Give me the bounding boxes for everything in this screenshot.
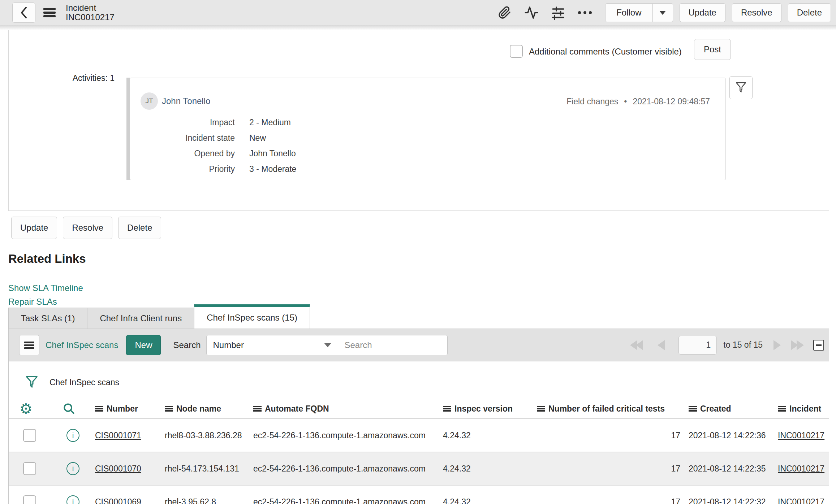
row-checkbox[interactable]	[23, 495, 36, 504]
info-icon[interactable]: i	[66, 495, 79, 504]
column-header-automate-fqdn[interactable]: Automate FQDN	[249, 404, 439, 414]
attachment-button[interactable]	[497, 5, 513, 21]
post-button[interactable]: Post	[694, 39, 731, 60]
table-row: i CIS0001071 rhel8-03-3.88.236.28 ec2-54…	[9, 418, 829, 452]
first-page-button[interactable]	[630, 340, 643, 350]
list-context-menu-button[interactable]	[19, 335, 39, 355]
filter-funnel-icon[interactable]	[26, 376, 38, 389]
header-delete-button[interactable]: Delete	[788, 3, 831, 22]
follow-button[interactable]: Follow	[605, 3, 652, 22]
field-label: Impact	[130, 118, 235, 127]
search-icon	[63, 403, 75, 415]
list-toolbar: Chef InSpec scans New Search Number to 1…	[9, 329, 829, 361]
previous-page-button[interactable]	[658, 340, 665, 350]
scan-number-link[interactable]: CIS0001069	[95, 497, 141, 504]
additional-comments-checkbox[interactable]	[510, 45, 523, 58]
field-value: New	[249, 133, 266, 143]
show-sla-timeline-link[interactable]: Show SLA Timeline	[8, 283, 83, 293]
scan-number-link[interactable]: CIS0001071	[95, 431, 141, 440]
row-range-label: to 15 of 15	[723, 340, 763, 350]
more-options-button[interactable]	[577, 5, 593, 21]
header-update-button[interactable]: Update	[680, 3, 725, 22]
resolve-button[interactable]: Resolve	[63, 217, 112, 239]
next-page-button[interactable]	[773, 340, 781, 350]
column-header-node-name[interactable]: Node name	[160, 404, 249, 414]
failed-tests-cell: 17	[533, 431, 685, 440]
inspec-version-cell: 4.24.32	[439, 431, 533, 440]
context-menu-icon[interactable]	[43, 8, 56, 17]
funnel-icon	[736, 82, 746, 94]
menu-icon	[24, 342, 34, 349]
failed-tests-cell: 17	[533, 497, 685, 504]
last-page-button[interactable]	[791, 340, 804, 350]
record-number: INC0010217	[66, 13, 115, 22]
column-header-created[interactable]: Created	[685, 404, 774, 414]
activity-stream-button[interactable]	[523, 5, 539, 21]
table-row: i CIS0001070 rhel-54.173.154.131 ec2-54-…	[9, 452, 829, 485]
collapse-list-button[interactable]	[813, 340, 824, 351]
list-header-row: ⚙ Number Node name Automate FQDN Inspec …	[9, 400, 829, 418]
node-name-cell: rhel-54.173.154.131	[160, 464, 249, 474]
additional-comments-label: Additional comments (Customer visible)	[529, 47, 682, 57]
avatar: JT	[141, 92, 158, 110]
activity-meta: Field changes • 2021-08-12 09:48:57	[566, 97, 710, 107]
activity-card-stripe	[126, 78, 130, 180]
node-name-cell: rhel-3.95.62.8	[160, 497, 249, 504]
row-checkbox[interactable]	[23, 462, 36, 475]
search-column-select[interactable]: Number	[206, 335, 338, 355]
info-icon[interactable]: i	[66, 429, 79, 442]
search-label: Search	[173, 340, 201, 350]
field-value: 2 - Medium	[249, 118, 291, 127]
activity-event-type: Field changes	[566, 97, 618, 107]
back-button[interactable]	[12, 3, 35, 23]
form-action-buttons: Update Resolve Delete	[11, 217, 161, 239]
info-icon[interactable]: i	[66, 462, 79, 475]
inspec-version-cell: 4.24.32	[439, 464, 533, 474]
list-title[interactable]: Chef InSpec scans	[46, 340, 118, 350]
field-label: Opened by	[130, 149, 235, 158]
current-page-input[interactable]	[678, 336, 717, 355]
activities-count-label: Activities: 1	[55, 73, 115, 83]
incident-link[interactable]: INC0010217	[778, 431, 824, 440]
column-header-incident[interactable]: Incident	[774, 404, 829, 414]
created-cell: 2021-08-12 14:22:36	[685, 431, 774, 440]
activity-entry: JT John Tonello Field changes • 2021-08-…	[130, 78, 726, 180]
chevron-down-icon	[659, 11, 666, 15]
search-column-value: Number	[213, 340, 244, 350]
update-button[interactable]: Update	[11, 217, 57, 239]
incident-link[interactable]: INC0010217	[778, 464, 824, 473]
column-menu-icon	[443, 406, 451, 412]
activity-user-name: John Tonello	[162, 96, 210, 106]
breadcrumb-table-label[interactable]: Chef InSpec scans	[49, 378, 119, 387]
column-header-number[interactable]: Number	[90, 404, 160, 414]
field-change-row: Priority 3 - Moderate	[130, 161, 296, 177]
list-filter-breadcrumb: Chef InSpec scans	[9, 361, 829, 400]
created-cell: 2021-08-12 14:22:32	[685, 497, 774, 504]
follow-dropdown-button[interactable]	[653, 3, 673, 22]
column-header-inspec-version[interactable]: Inspec version	[439, 404, 533, 414]
column-header-failed-tests[interactable]: Number of failed critical tests	[533, 404, 685, 414]
tab-chef-infra-client-runs[interactable]: Chef Infra Client runs	[87, 308, 194, 329]
arrow-left-icon	[658, 340, 665, 350]
personalize-form-button[interactable]	[550, 5, 566, 21]
list-search-input[interactable]	[338, 335, 448, 355]
incident-link[interactable]: INC0010217	[778, 497, 824, 504]
column-menu-icon	[253, 406, 262, 412]
tab-task-slas[interactable]: Task SLAs (1)	[8, 308, 87, 329]
node-name-cell: rhel8-03-3.88.236.28	[160, 431, 249, 440]
inspec-version-cell: 4.24.32	[439, 497, 533, 504]
new-record-button[interactable]: New	[126, 335, 161, 355]
scan-number-link[interactable]: CIS0001070	[95, 464, 141, 473]
row-checkbox[interactable]	[23, 429, 36, 442]
header-resolve-button[interactable]: Resolve	[732, 3, 781, 22]
automate-fqdn-cell: ec2-54-226-1-136.compute-1.amazonaws.com	[249, 497, 439, 504]
tab-chef-inspec-scans[interactable]: Chef InSpec scans (15)	[194, 304, 310, 329]
personalize-list-button[interactable]: ⚙	[9, 401, 59, 416]
related-lists-tabs: Task SLAs (1) Chef Infra Client runs Che…	[8, 304, 310, 329]
delete-button[interactable]: Delete	[118, 217, 161, 239]
field-value: John Tonello	[249, 149, 296, 158]
activity-filter-button[interactable]	[729, 76, 753, 99]
field-change-row: Opened by John Tonello	[130, 146, 296, 161]
field-change-row: Incident state New	[130, 130, 296, 146]
list-search-toggle[interactable]	[59, 403, 90, 415]
